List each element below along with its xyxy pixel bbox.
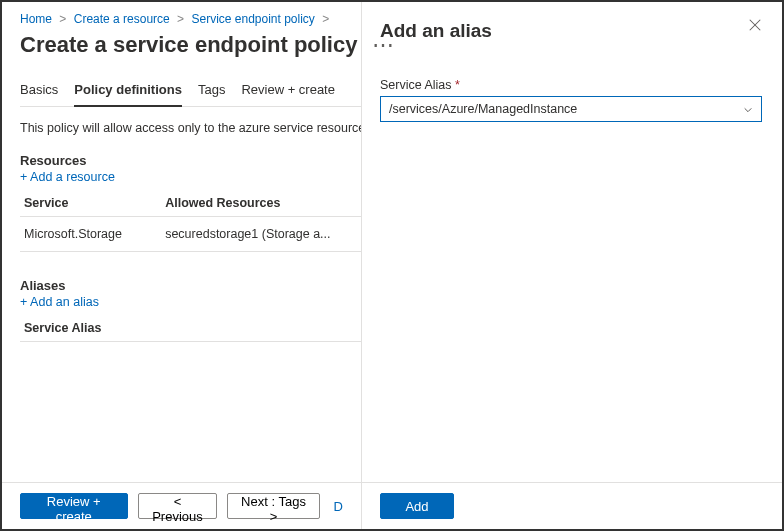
breadcrumb-sep: > [173, 12, 188, 26]
cell-service: Microsoft.Storage [20, 217, 161, 252]
tab-tags[interactable]: Tags [198, 82, 225, 106]
main-content: Home > Create a resource > Service endpo… [2, 2, 362, 529]
col-service-alias: Service Alias [20, 315, 361, 342]
tab-policy-definitions[interactable]: Policy definitions [74, 82, 182, 107]
breadcrumb-service-endpoint-policy[interactable]: Service endpoint policy [191, 12, 314, 26]
next-button[interactable]: Next : Tags > [227, 493, 319, 519]
close-icon[interactable] [748, 18, 762, 35]
review-create-button[interactable]: Review + create [20, 493, 128, 519]
panel-footer: Add [362, 482, 782, 529]
page-title: Create a service endpoint policy ⋯ [20, 32, 361, 58]
cell-allowed-resources: securedstorage1 (Storage a... [161, 217, 361, 252]
policy-description: This policy will allow access only to th… [20, 121, 361, 135]
service-alias-select[interactable]: /services/Azure/ManagedInstance [380, 96, 762, 122]
col-allowed-resources: Allowed Resources [161, 190, 361, 217]
add-alias-link[interactable]: Add an alias [20, 295, 361, 309]
add-resource-link[interactable]: Add a resource [20, 170, 361, 184]
resources-heading: Resources [20, 153, 361, 168]
required-indicator: * [455, 78, 460, 92]
field-label-text: Service Alias [380, 78, 452, 92]
tab-bar: Basics Policy definitions Tags Review + … [20, 82, 361, 107]
resources-table: Service Allowed Resources Microsoft.Stor… [20, 190, 361, 252]
breadcrumb-sep: > [318, 12, 333, 26]
service-alias-label: Service Alias * [380, 78, 762, 92]
previous-button[interactable]: < Previous [138, 493, 218, 519]
chevron-down-icon [743, 104, 753, 114]
table-row[interactable]: Microsoft.Storage securedstorage1 (Stora… [20, 217, 361, 252]
aliases-table: Service Alias [20, 315, 361, 342]
add-alias-panel: Add an alias Service Alias * /services/A… [362, 2, 782, 529]
breadcrumb-sep: > [55, 12, 70, 26]
col-service: Service [20, 190, 161, 217]
tab-review-create[interactable]: Review + create [241, 82, 335, 106]
breadcrumb-create-resource[interactable]: Create a resource [74, 12, 170, 26]
panel-title: Add an alias [380, 20, 762, 42]
wizard-footer: Review + create < Previous Next : Tags >… [2, 482, 361, 529]
add-button[interactable]: Add [380, 493, 454, 519]
discard-link-truncated[interactable]: D [334, 499, 343, 514]
breadcrumb-home[interactable]: Home [20, 12, 52, 26]
page-title-text: Create a service endpoint policy [20, 32, 357, 57]
aliases-heading: Aliases [20, 278, 361, 293]
service-alias-value: /services/Azure/ManagedInstance [389, 102, 577, 116]
tab-basics[interactable]: Basics [20, 82, 58, 106]
breadcrumb: Home > Create a resource > Service endpo… [20, 12, 361, 26]
